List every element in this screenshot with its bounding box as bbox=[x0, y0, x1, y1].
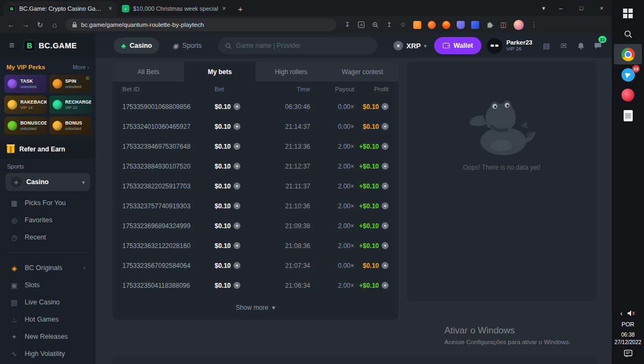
sidebar-item-high-volatility[interactable]: ∿High Volatility bbox=[0, 345, 96, 362]
table-row[interactable]: 1753323567092584064$0.10×21:07:340.00×$0… bbox=[113, 256, 398, 275]
perk-card-bonuscode[interactable]: BONUSCODEunlocked bbox=[4, 117, 47, 135]
action-center-icon[interactable] bbox=[624, 350, 633, 358]
table-row[interactable]: 1753323884930107520$0.10×21:12:372.00×+$… bbox=[113, 156, 398, 176]
bookmark-star-icon[interactable]: ☆ bbox=[397, 18, 409, 31]
sparkle-icon: ✦ bbox=[10, 333, 18, 341]
close-window-button[interactable]: × bbox=[591, 0, 612, 16]
bcgame-logo[interactable]: B BC.GAME bbox=[24, 40, 77, 52]
taskbar-telegram-button[interactable]: 23 bbox=[614, 64, 642, 85]
side-panel-icon[interactable]: ◫ bbox=[497, 18, 510, 31]
menu-kebab-icon[interactable]: ⋮ bbox=[528, 18, 540, 31]
chat-icon[interactable]: 33 bbox=[589, 37, 606, 54]
minimize-button[interactable]: – bbox=[551, 0, 571, 16]
bets-tab-wager-contest[interactable]: Wager contest bbox=[327, 62, 398, 82]
browser-profile-avatar[interactable] bbox=[514, 20, 524, 30]
perk-card-recharge[interactable]: RECHARGEVIP 22 bbox=[49, 96, 92, 114]
refer-label: Refer and Earn bbox=[19, 145, 65, 153]
sidebar-item-favorites[interactable]: ◎Favorites bbox=[0, 212, 96, 229]
hamburger-icon[interactable]: ≡ bbox=[0, 33, 24, 58]
browser-tab-christmas[interactable]: ▪ $10,000 Christmas week special × bbox=[117, 1, 231, 16]
download-icon[interactable]: ↧ bbox=[341, 18, 354, 31]
vip-more-link[interactable]: More › bbox=[73, 64, 89, 70]
taskbar-notes-button[interactable] bbox=[614, 105, 642, 126]
tab-sports[interactable]: ◉ Sports bbox=[165, 38, 209, 54]
tab-close-icon[interactable]: × bbox=[222, 5, 226, 12]
flame-extension-icon[interactable] bbox=[442, 21, 450, 29]
sidebar-item-live-casino[interactable]: ▤Live Casino bbox=[0, 294, 96, 311]
taskbar-search-button[interactable] bbox=[614, 24, 642, 44]
bet-time: 21:14:37 bbox=[255, 123, 310, 130]
shield-extension-icon[interactable] bbox=[457, 21, 465, 29]
taskbar-clock[interactable]: 06:38 27/12/2022 bbox=[614, 331, 641, 346]
table-row[interactable]: 1753323946975307648$0.10×21:13:362.00×+$… bbox=[113, 136, 398, 156]
sidebar-item-slots[interactable]: ▣Slots bbox=[0, 276, 96, 294]
sidebar-item-hot-games[interactable]: ♨Hot Games bbox=[0, 311, 96, 328]
perk-card-task[interactable]: TASKunlocked bbox=[4, 75, 47, 93]
speaker-muted-icon[interactable] bbox=[627, 310, 635, 317]
back-icon[interactable]: ← bbox=[4, 18, 18, 32]
tab-casino[interactable]: ♣ Casino bbox=[114, 38, 159, 54]
extension-orange-icon[interactable] bbox=[428, 21, 436, 29]
sidebar-item-bc-originals[interactable]: ◈BC Originals› bbox=[0, 259, 96, 276]
navy-extension-icon[interactable] bbox=[471, 21, 479, 29]
maximize-button[interactable]: □ bbox=[571, 0, 591, 16]
bets-tab-my-bets[interactable]: My bets bbox=[184, 62, 255, 82]
translate-icon[interactable]: A bbox=[355, 18, 368, 31]
perk-card-bonus[interactable]: BONUSunlocked bbox=[49, 117, 92, 135]
bet-id: 1753323632122028160 bbox=[122, 242, 215, 250]
bets-tab-all-bets[interactable]: All Bets bbox=[113, 62, 184, 82]
table-row[interactable]: 1753323757740919303$0.10×21:10:362.00×+$… bbox=[113, 196, 398, 216]
taskbar-chrome-button[interactable] bbox=[614, 44, 642, 64]
bell-icon[interactable] bbox=[572, 37, 589, 54]
refer-and-earn[interactable]: Refer and Earn bbox=[0, 140, 96, 159]
sidebar-item-new-releases[interactable]: ✦New Releases bbox=[0, 328, 96, 345]
sports-section-label: Sports bbox=[0, 159, 96, 172]
extensions-puzzle-icon[interactable] bbox=[483, 18, 496, 31]
sidebar-item-picks-for-you[interactable]: ▦Picks For You bbox=[0, 194, 96, 212]
table-row[interactable]: 1753359001068809856$0.10×06:30:460.00×$0… bbox=[113, 97, 398, 117]
table-row[interactable]: 1753323504118388096$0.10×21:06:342.00×+$… bbox=[113, 275, 398, 295]
zoom-icon[interactable] bbox=[369, 18, 382, 31]
game-search[interactable] bbox=[218, 37, 378, 54]
address-bar[interactable]: bc.game/game/quantum-roulette-by-playtec… bbox=[65, 18, 336, 31]
reload-icon[interactable]: ↻ bbox=[33, 18, 47, 32]
new-tab-button[interactable]: + bbox=[233, 2, 247, 16]
sidebar-item-casino[interactable]: ♣ Casino ▾ bbox=[5, 173, 90, 191]
vip-perks-title: My VIP Perks bbox=[6, 64, 45, 70]
share-icon[interactable]: ↥ bbox=[383, 18, 396, 31]
currency-selector[interactable]: × XRP ▾ bbox=[391, 41, 429, 50]
tab-close-icon[interactable]: × bbox=[108, 5, 112, 12]
bet-payout: 2.00× bbox=[310, 183, 354, 190]
tab-search-chevron-icon[interactable]: ▾ bbox=[537, 0, 551, 16]
bets-tab-high-rollers[interactable]: High rollers bbox=[255, 62, 327, 82]
table-row[interactable]: 1753324010360465927$0.10×21:14:370.00×$0… bbox=[113, 117, 398, 136]
bet-amount: $0.10× bbox=[215, 103, 255, 111]
tray-expand-chevron-icon[interactable]: ‹ bbox=[620, 309, 623, 317]
wallet-button[interactable]: Wallet bbox=[434, 37, 481, 54]
table-row[interactable]: 1753323822025917703$0.10×21:11:372.00×+$… bbox=[113, 176, 398, 196]
brand-zone: ≡ B BC.GAME bbox=[0, 33, 96, 58]
sidebar-item-recent[interactable]: ◷Recent bbox=[0, 229, 96, 246]
table-row[interactable]: 1753323632122028160$0.10×21:08:362.00×+$… bbox=[113, 236, 398, 256]
bet-list-icon[interactable]: ▤ bbox=[538, 37, 555, 54]
forward-icon[interactable]: → bbox=[19, 18, 32, 32]
start-button[interactable] bbox=[614, 3, 642, 24]
bcgame-site: ≡ B BC.GAME ♣ Casino ◉ Sports bbox=[0, 33, 612, 364]
xrp-coin-icon: × bbox=[233, 222, 240, 229]
browser-tab-bcgame[interactable]: B BC.Game: Crypto Casino Games | × bbox=[3, 1, 117, 16]
table-row[interactable]: 1753323696894324999$0.10×21:09:382.00×+$… bbox=[113, 216, 398, 236]
perk-card-rakeback[interactable]: RAKEBACKVIP 14 bbox=[4, 96, 47, 114]
bet-profit: +$0.10× bbox=[354, 222, 389, 230]
home-icon[interactable]: ⌂ bbox=[48, 18, 61, 32]
perk-card-spin[interactable]: SPINunlockedC bbox=[49, 75, 92, 93]
mail-icon[interactable]: ✉ bbox=[555, 37, 572, 54]
metamask-fox-icon[interactable] bbox=[413, 21, 421, 29]
search-input[interactable] bbox=[236, 42, 371, 49]
taskbar-red-app-button[interactable] bbox=[614, 85, 642, 105]
language-indicator[interactable]: POR bbox=[621, 321, 634, 327]
medal-icon: ◎ bbox=[10, 216, 18, 224]
show-more-button[interactable]: Show more ▾ bbox=[113, 295, 398, 320]
sunglasses-icon bbox=[491, 45, 499, 47]
user-profile[interactable]: Parker23 VIP 26 bbox=[487, 38, 532, 54]
bet-amount: $0.10× bbox=[215, 242, 255, 250]
